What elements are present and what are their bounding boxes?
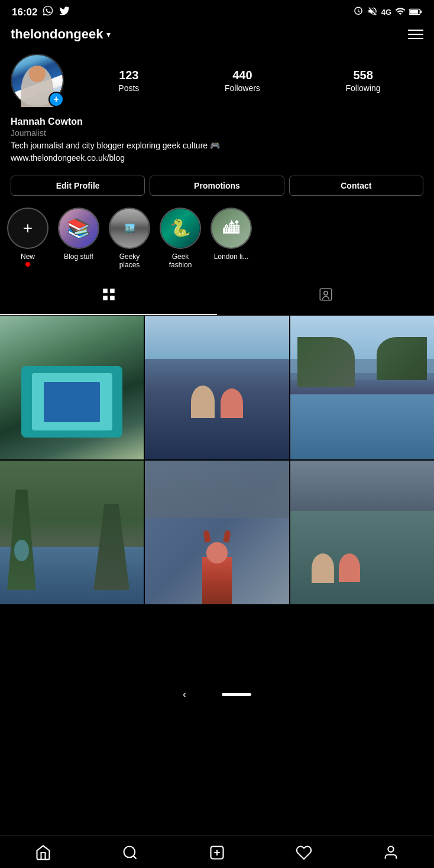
twitter-icon — [59, 5, 70, 20]
following-label: Following — [346, 83, 381, 93]
search-icon — [122, 844, 138, 861]
stats-row: 123 Posts 440 Followers 558 Following — [76, 69, 423, 93]
edit-profile-button[interactable]: Edit Profile — [11, 176, 145, 196]
nav-add-button[interactable] — [203, 842, 231, 863]
story-plus-icon: + — [23, 219, 33, 238]
display-title: Journalist — [11, 128, 423, 138]
bio-section: Hannah Cowton Journalist Tech journalist… — [0, 116, 434, 171]
battery-icon — [409, 7, 422, 17]
followers-stat[interactable]: 440 Followers — [225, 69, 260, 93]
hamburger-menu[interactable] — [408, 30, 423, 39]
home-icon — [35, 844, 51, 861]
status-time: 16:02 — [12, 7, 37, 18]
grid-cell-5[interactable] — [145, 461, 289, 604]
back-button[interactable]: ‹ — [183, 688, 186, 701]
story-circle-geek-fashion: 🐍 — [160, 208, 201, 249]
username-area[interactable]: thelondongeek ▾ — [11, 27, 111, 42]
posts-stat[interactable]: 123 Posts — [118, 69, 139, 93]
person-icon — [383, 844, 399, 861]
followers-label: Followers — [225, 83, 260, 93]
story-label-geeky-places: Geeky places — [109, 252, 150, 269]
tabs-row — [0, 278, 434, 316]
whatsapp-icon — [42, 5, 54, 20]
heart-icon — [296, 844, 312, 861]
add-story-button[interactable]: + — [48, 92, 64, 107]
svg-line-6 — [134, 856, 137, 859]
svg-point-4 — [323, 291, 328, 295]
profile-header: + 123 Posts 440 Followers 558 Following — [0, 49, 434, 116]
tab-grid[interactable] — [0, 278, 217, 315]
nav-activity-button[interactable] — [290, 842, 318, 863]
avatar-container[interactable]: + — [11, 54, 64, 107]
grid-cell-3[interactable] — [290, 316, 434, 459]
network-4g: 4G — [381, 8, 391, 17]
following-count: 558 — [353, 69, 373, 82]
tagged-icon — [318, 287, 333, 306]
story-circle-london-li: 🏙 — [210, 208, 252, 249]
story-label-geek-fashion: Geek fashion — [160, 252, 201, 269]
status-bar: 16:02 4G — [0, 0, 434, 22]
story-label-london-li: London li... — [214, 252, 249, 261]
story-item-blog-stuff[interactable]: 📚 Blog stuff — [58, 208, 99, 269]
spacer — [0, 604, 434, 652]
svg-rect-3 — [320, 289, 332, 300]
contact-button[interactable]: Contact — [289, 176, 423, 196]
following-stat[interactable]: 558 Following — [346, 69, 381, 93]
svg-rect-2 — [420, 11, 422, 14]
mute-icon — [367, 6, 378, 18]
nav-profile-button[interactable] — [377, 842, 405, 863]
bio-text: Tech journalist and city blogger explori… — [11, 140, 423, 152]
system-nav: ‹ — [0, 682, 434, 711]
svg-point-5 — [124, 847, 135, 858]
promotions-button[interactable]: Promotions — [150, 176, 284, 196]
story-item-geeky-places[interactable]: 🏙️ Geeky places — [109, 208, 150, 269]
stories-row: + New 📚 Blog stuff 🏙️ Geeky places — [0, 205, 434, 278]
alarm-icon — [353, 6, 364, 18]
nav-home-button[interactable] — [29, 842, 57, 863]
nav-search-button[interactable] — [116, 842, 144, 863]
bio-link[interactable]: www.thelondongeek.co.uk/blog — [11, 153, 423, 163]
bottom-nav — [0, 835, 434, 868]
svg-point-10 — [388, 847, 393, 852]
svg-rect-1 — [410, 10, 418, 14]
action-buttons: Edit Profile Promotions Contact — [0, 171, 434, 205]
photo-grid — [0, 316, 434, 605]
new-story-circle: + — [7, 208, 48, 249]
story-item-geek-fashion[interactable]: 🐍 Geek fashion — [160, 208, 201, 269]
story-item-london-li[interactable]: 🏙 London li... — [210, 208, 252, 269]
story-label-blog-stuff: Blog stuff — [64, 252, 93, 261]
display-name: Hannah Cowton — [11, 116, 423, 127]
followers-count: 440 — [232, 69, 252, 82]
grid-cell-6[interactable] — [290, 461, 434, 604]
posts-label: Posts — [118, 83, 139, 93]
story-item-new[interactable]: + New — [7, 208, 48, 269]
username-text: thelondongeek — [11, 27, 103, 42]
signal-icon — [395, 6, 406, 18]
top-nav: thelondongeek ▾ — [0, 22, 434, 49]
grid-cell-1[interactable] — [0, 316, 144, 459]
chevron-down-icon: ▾ — [106, 30, 111, 39]
story-circle-geeky-places: 🏙️ — [109, 208, 150, 249]
posts-count: 123 — [119, 69, 138, 82]
story-new-dot — [25, 262, 30, 267]
home-pill[interactable] — [222, 693, 251, 696]
story-circle-blog: 📚 — [58, 208, 99, 249]
status-left: 16:02 — [12, 5, 70, 20]
status-right: 4G — [353, 6, 422, 18]
story-label-new: New — [21, 252, 35, 261]
tab-tagged[interactable] — [217, 278, 434, 315]
grid-icon — [101, 287, 116, 306]
grid-cell-4[interactable] — [0, 461, 144, 604]
add-icon — [209, 844, 225, 861]
grid-cell-2[interactable] — [145, 316, 289, 459]
